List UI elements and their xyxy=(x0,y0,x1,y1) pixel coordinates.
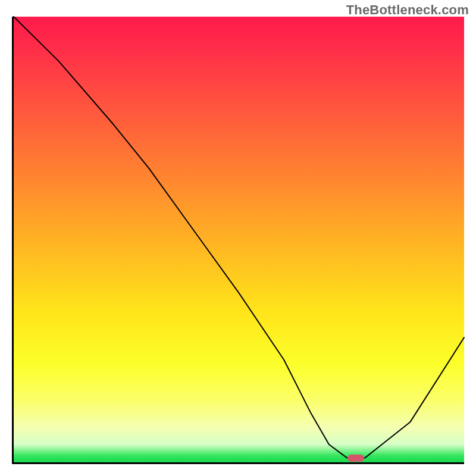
plot-area xyxy=(12,17,464,464)
bottleneck-curve xyxy=(14,17,464,458)
chart-frame: TheBottleneck.com xyxy=(0,0,476,476)
optimal-marker xyxy=(347,455,364,462)
watermark-text: TheBottleneck.com xyxy=(346,2,469,18)
curve-layer xyxy=(14,17,464,462)
